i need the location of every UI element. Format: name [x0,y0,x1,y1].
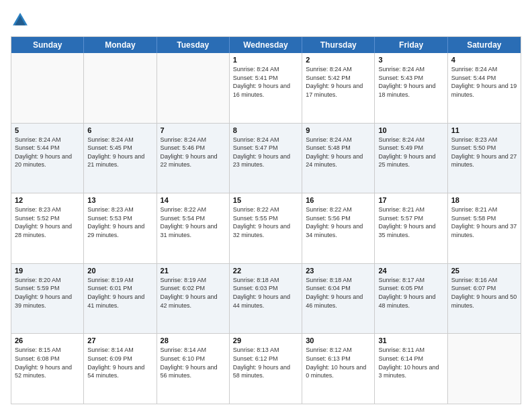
day-number: 11 [451,126,517,134]
calendar-week-3: 12Sunrise: 8:23 AM Sunset: 5:52 PM Dayli… [11,193,521,264]
calendar-day-empty [11,53,84,123]
calendar-day-21: 21Sunrise: 8:19 AM Sunset: 6:02 PM Dayli… [157,264,230,334]
calendar-day-16: 16Sunrise: 8:22 AM Sunset: 5:56 PM Dayli… [302,193,375,263]
calendar-day-15: 15Sunrise: 8:22 AM Sunset: 5:55 PM Dayli… [230,193,302,263]
day-info: Sunrise: 8:18 AM Sunset: 6:03 PM Dayligh… [233,276,298,310]
day-info: Sunrise: 8:24 AM Sunset: 5:46 PM Dayligh… [161,136,226,169]
weekday-header-thursday: Thursday [302,37,375,53]
day-info: Sunrise: 8:12 AM Sunset: 6:13 PM Dayligh… [306,346,371,379]
calendar-day-1: 1Sunrise: 8:24 AM Sunset: 5:41 PM Daylig… [230,53,302,123]
day-info: Sunrise: 8:24 AM Sunset: 5:49 PM Dayligh… [378,136,443,169]
calendar-day-9: 9Sunrise: 8:24 AM Sunset: 5:48 PM Daylig… [302,124,375,193]
calendar-day-19: 19Sunrise: 8:20 AM Sunset: 5:59 PM Dayli… [11,264,84,334]
day-number: 3 [378,56,443,64]
weekday-header-wednesday: Wednesday [230,37,302,53]
day-number: 5 [15,126,80,134]
calendar-day-10: 10Sunrise: 8:24 AM Sunset: 5:49 PM Dayli… [375,124,447,193]
day-info: Sunrise: 8:18 AM Sunset: 6:04 PM Dayligh… [306,276,371,310]
day-info: Sunrise: 8:21 AM Sunset: 5:58 PM Dayligh… [451,205,517,239]
calendar-day-25: 25Sunrise: 8:16 AM Sunset: 6:07 PM Dayli… [448,264,521,334]
calendar-day-empty [84,53,157,123]
day-number: 26 [15,336,80,345]
calendar-day-5: 5Sunrise: 8:24 AM Sunset: 5:44 PM Daylig… [11,124,84,193]
calendar-day-30: 30Sunrise: 8:12 AM Sunset: 6:13 PM Dayli… [302,334,375,404]
day-number: 28 [161,336,226,345]
day-info: Sunrise: 8:24 AM Sunset: 5:43 PM Dayligh… [378,65,443,99]
day-info: Sunrise: 8:24 AM Sunset: 5:45 PM Dayligh… [87,136,152,169]
calendar-week-5: 26Sunrise: 8:15 AM Sunset: 6:08 PM Dayli… [11,334,521,404]
calendar-week-1: 1Sunrise: 8:24 AM Sunset: 5:41 PM Daylig… [11,53,521,124]
day-info: Sunrise: 8:24 AM Sunset: 5:41 PM Dayligh… [233,65,298,99]
day-info: Sunrise: 8:23 AM Sunset: 5:53 PM Dayligh… [87,205,152,239]
day-number: 21 [161,267,226,275]
calendar-day-17: 17Sunrise: 8:21 AM Sunset: 5:57 PM Dayli… [375,193,447,263]
day-info: Sunrise: 8:24 AM Sunset: 5:44 PM Dayligh… [15,136,80,169]
logo-icon [11,11,30,30]
day-number: 9 [306,126,371,134]
day-number: 22 [233,267,298,275]
day-info: Sunrise: 8:15 AM Sunset: 6:08 PM Dayligh… [15,346,80,379]
day-info: Sunrise: 8:13 AM Sunset: 6:12 PM Dayligh… [233,346,298,379]
calendar-day-11: 11Sunrise: 8:23 AM Sunset: 5:50 PM Dayli… [448,124,521,193]
day-info: Sunrise: 8:17 AM Sunset: 6:05 PM Dayligh… [378,276,443,310]
day-number: 17 [378,196,443,204]
day-info: Sunrise: 8:19 AM Sunset: 6:02 PM Dayligh… [161,276,226,310]
day-info: Sunrise: 8:22 AM Sunset: 5:55 PM Dayligh… [233,205,298,239]
calendar-day-20: 20Sunrise: 8:19 AM Sunset: 6:01 PM Dayli… [84,264,157,334]
day-number: 16 [306,196,371,204]
day-info: Sunrise: 8:14 AM Sunset: 6:09 PM Dayligh… [87,346,152,379]
weekday-header-saturday: Saturday [448,37,521,53]
weekday-header-tuesday: Tuesday [157,37,230,53]
day-info: Sunrise: 8:22 AM Sunset: 5:54 PM Dayligh… [161,205,226,239]
calendar-day-7: 7Sunrise: 8:24 AM Sunset: 5:46 PM Daylig… [157,124,230,193]
day-number: 18 [451,196,517,204]
day-number: 14 [161,196,226,204]
weekday-header-friday: Friday [375,37,447,53]
day-info: Sunrise: 8:19 AM Sunset: 6:01 PM Dayligh… [87,276,152,310]
logo [11,11,32,30]
calendar-day-22: 22Sunrise: 8:18 AM Sunset: 6:03 PM Dayli… [230,264,302,334]
calendar-day-18: 18Sunrise: 8:21 AM Sunset: 5:58 PM Dayli… [448,193,521,263]
calendar-day-4: 4Sunrise: 8:24 AM Sunset: 5:44 PM Daylig… [448,53,521,123]
day-info: Sunrise: 8:24 AM Sunset: 5:47 PM Dayligh… [233,136,298,169]
calendar-day-13: 13Sunrise: 8:23 AM Sunset: 5:53 PM Dayli… [84,193,157,263]
day-info: Sunrise: 8:14 AM Sunset: 6:10 PM Dayligh… [161,346,226,379]
calendar-week-4: 19Sunrise: 8:20 AM Sunset: 5:59 PM Dayli… [11,264,521,334]
day-number: 1 [233,56,298,64]
day-info: Sunrise: 8:21 AM Sunset: 5:57 PM Dayligh… [378,205,443,239]
day-number: 10 [378,126,443,134]
day-number: 30 [306,336,371,345]
day-number: 6 [87,126,152,134]
day-number: 27 [87,336,152,345]
day-info: Sunrise: 8:24 AM Sunset: 5:48 PM Dayligh… [306,136,371,169]
day-number: 23 [306,267,371,275]
day-number: 2 [306,56,371,64]
day-info: Sunrise: 8:11 AM Sunset: 6:14 PM Dayligh… [378,346,443,379]
day-number: 20 [87,267,152,275]
day-number: 19 [15,267,80,275]
day-number: 15 [233,196,298,204]
day-number: 13 [87,196,152,204]
day-info: Sunrise: 8:23 AM Sunset: 5:50 PM Dayligh… [451,136,517,169]
calendar-day-2: 2Sunrise: 8:24 AM Sunset: 5:42 PM Daylig… [302,53,375,123]
day-number: 7 [161,126,226,134]
calendar-day-24: 24Sunrise: 8:17 AM Sunset: 6:05 PM Dayli… [375,264,447,334]
calendar-day-empty [157,53,230,123]
day-number: 31 [378,336,443,345]
calendar-week-2: 5Sunrise: 8:24 AM Sunset: 5:44 PM Daylig… [11,124,521,194]
weekday-header-sunday: Sunday [11,37,84,53]
day-number: 29 [233,336,298,345]
calendar-day-8: 8Sunrise: 8:24 AM Sunset: 5:47 PM Daylig… [230,124,302,193]
day-info: Sunrise: 8:20 AM Sunset: 5:59 PM Dayligh… [15,276,80,310]
calendar-day-26: 26Sunrise: 8:15 AM Sunset: 6:08 PM Dayli… [11,334,84,404]
calendar-body: 1Sunrise: 8:24 AM Sunset: 5:41 PM Daylig… [11,53,521,404]
day-number: 8 [233,126,298,134]
day-number: 12 [15,196,80,204]
calendar-day-14: 14Sunrise: 8:22 AM Sunset: 5:54 PM Dayli… [157,193,230,263]
day-info: Sunrise: 8:23 AM Sunset: 5:52 PM Dayligh… [15,205,80,239]
weekday-header-monday: Monday [84,37,157,53]
day-number: 25 [451,267,517,275]
calendar: SundayMondayTuesdayWednesdayThursdayFrid… [11,36,521,404]
calendar-day-12: 12Sunrise: 8:23 AM Sunset: 5:52 PM Dayli… [11,193,84,263]
day-info: Sunrise: 8:22 AM Sunset: 5:56 PM Dayligh… [306,205,371,239]
